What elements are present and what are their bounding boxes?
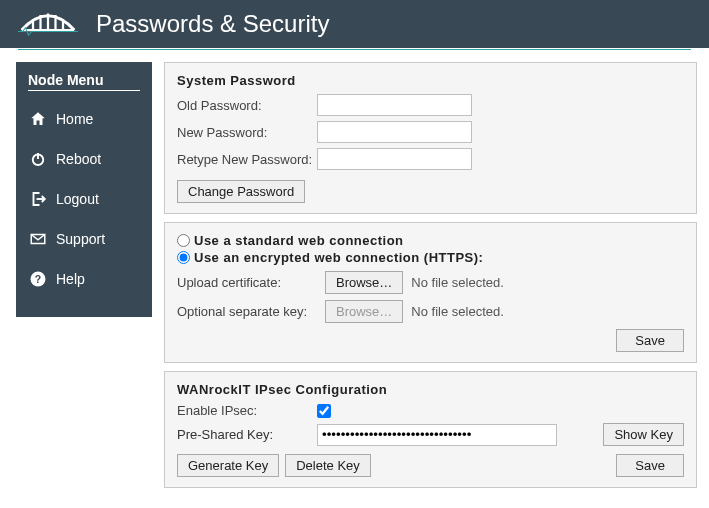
power-icon (28, 149, 48, 169)
browse-key-button[interactable]: Browse… (325, 300, 403, 323)
generate-key-button[interactable]: Generate Key (177, 454, 279, 477)
node-menu-sidebar: Node Menu Home Reboot Logout Support (16, 62, 152, 317)
new-password-input[interactable] (317, 121, 472, 143)
system-password-heading: System Password (177, 73, 684, 88)
web-connection-panel: Use a standard web connection Use an enc… (164, 222, 697, 363)
browse-certificate-button[interactable]: Browse… (325, 271, 403, 294)
home-icon (28, 109, 48, 129)
optional-key-label: Optional separate key: (177, 304, 317, 319)
sidebar-title: Node Menu (28, 72, 140, 91)
svg-text:?: ? (35, 273, 41, 285)
nav-label: Help (56, 271, 85, 287)
psk-input[interactable] (317, 424, 557, 446)
ipsec-save-button[interactable]: Save (616, 454, 684, 477)
nav-reboot[interactable]: Reboot (28, 139, 140, 179)
delete-key-button[interactable]: Delete Key (285, 454, 371, 477)
bridge-logo-icon (18, 4, 78, 44)
encrypted-connection-label: Use an encrypted web connection (HTTPS): (194, 250, 483, 265)
ipsec-heading: WANrockIT IPsec Configuration (177, 382, 684, 397)
retype-password-label: Retype New Password: (177, 152, 317, 167)
nav-label: Home (56, 111, 93, 127)
nav-label: Support (56, 231, 105, 247)
nav-help[interactable]: ? Help (28, 259, 140, 299)
standard-connection-radio[interactable] (177, 234, 190, 247)
web-connection-save-button[interactable]: Save (616, 329, 684, 352)
page-title: Passwords & Security (96, 10, 329, 38)
encrypted-connection-radio[interactable] (177, 251, 190, 264)
enable-ipsec-checkbox[interactable] (317, 404, 331, 418)
nav-label: Logout (56, 191, 99, 207)
envelope-icon (28, 229, 48, 249)
new-password-label: New Password: (177, 125, 317, 140)
retype-password-input[interactable] (317, 148, 472, 170)
old-password-label: Old Password: (177, 98, 317, 113)
nav-home[interactable]: Home (28, 99, 140, 139)
psk-label: Pre-Shared Key: (177, 427, 317, 442)
logout-icon (28, 189, 48, 209)
app-header: Passwords & Security (0, 0, 709, 48)
upload-certificate-label: Upload certificate: (177, 275, 317, 290)
old-password-input[interactable] (317, 94, 472, 116)
nav-support[interactable]: Support (28, 219, 140, 259)
key-file-status: No file selected. (411, 304, 504, 319)
help-icon: ? (28, 269, 48, 289)
show-key-button[interactable]: Show Key (603, 423, 684, 446)
ipsec-panel: WANrockIT IPsec Configuration Enable IPs… (164, 371, 697, 488)
standard-connection-label: Use a standard web connection (194, 233, 404, 248)
nav-label: Reboot (56, 151, 101, 167)
change-password-button[interactable]: Change Password (177, 180, 305, 203)
enable-ipsec-label: Enable IPsec: (177, 403, 317, 418)
system-password-panel: System Password Old Password: New Passwo… (164, 62, 697, 214)
certificate-file-status: No file selected. (411, 275, 504, 290)
nav-logout[interactable]: Logout (28, 179, 140, 219)
